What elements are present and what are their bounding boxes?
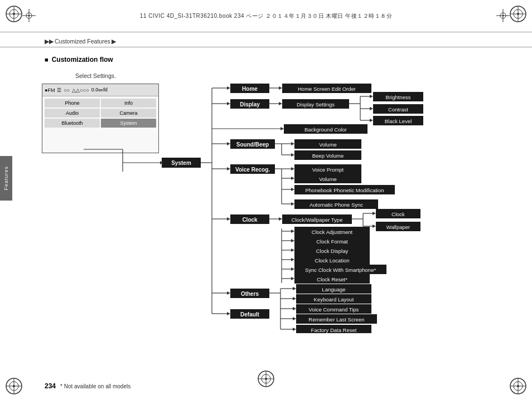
svg-marker-162 (293, 287, 296, 290)
svg-text:Automatic Phone Sync: Automatic Phone Sync (309, 202, 363, 208)
breadcrumb-line (0, 47, 532, 47)
crosshair-bottom (256, 369, 276, 390)
svg-text:Default: Default (240, 311, 260, 318)
svg-text:Voice Command Tips: Voice Command Tips (309, 306, 359, 313)
breadcrumb-prefix: ▶▶ (45, 38, 54, 45)
flow-chart: System Home Home Screen Edit Order Displ… (42, 82, 519, 333)
top-bar: 11 CIVIC 4D_SI-31TR36210.book 234 ページ ２０… (0, 0, 532, 32)
svg-marker-82 (291, 142, 294, 145)
svg-marker-76 (227, 142, 230, 145)
svg-text:System: System (171, 160, 191, 166)
features-label: Features (3, 166, 9, 191)
section-title-text: Customization flow (52, 56, 113, 64)
svg-text:Clock Location: Clock Location (315, 257, 349, 264)
svg-marker-116 (279, 217, 282, 221)
svg-text:Remember Last Screen: Remember Last Screen (308, 316, 364, 323)
svg-text:Background Color: Background Color (304, 126, 347, 133)
svg-marker-90 (227, 167, 230, 170)
page-footer: 234 * Not available on all models (45, 382, 130, 390)
svg-text:Contrast: Contrast (388, 106, 408, 113)
svg-marker-72 (280, 127, 284, 130)
svg-marker-136 (291, 239, 294, 242)
svg-marker-42 (227, 86, 230, 90)
svg-text:Home: Home (242, 86, 258, 92)
svg-text:Clock Format: Clock Format (316, 238, 348, 245)
breadcrumb-main: Customized Features (55, 38, 110, 45)
svg-marker-96 (291, 167, 294, 170)
features-sidebar: Features (0, 156, 12, 201)
svg-point-28 (28, 14, 30, 16)
svg-point-14 (13, 385, 15, 387)
svg-marker-170 (293, 307, 296, 310)
svg-marker-108 (291, 202, 294, 206)
svg-marker-156 (227, 291, 230, 295)
svg-marker-166 (293, 297, 296, 300)
svg-marker-174 (293, 317, 296, 320)
svg-text:Language: Language (322, 286, 345, 292)
svg-marker-122 (373, 212, 376, 215)
svg-marker-152 (291, 277, 294, 280)
svg-text:Home Screen Edit Order: Home Screen Edit Order (298, 86, 356, 92)
svg-text:Wallpaper: Wallpaper (386, 224, 410, 230)
svg-text:Others: Others (241, 291, 259, 297)
svg-text:Clock Adjustment: Clock Adjustment (312, 229, 353, 235)
svg-point-24 (265, 378, 267, 380)
svg-text:Black Level: Black Level (385, 118, 412, 124)
svg-text:Clock: Clock (242, 217, 258, 223)
svg-marker-104 (291, 188, 294, 191)
svg-point-32 (502, 14, 504, 16)
page-footnote: * Not available on all models (60, 383, 130, 389)
svg-marker-132 (291, 230, 294, 233)
svg-text:Voice Prompt: Voice Prompt (312, 167, 344, 173)
svg-text:Clock Display: Clock Display (316, 248, 349, 254)
svg-marker-100 (291, 177, 294, 180)
svg-marker-54 (279, 102, 282, 105)
svg-text:Clock/Wallpaper Type: Clock/Wallpaper Type (292, 217, 343, 223)
svg-marker-112 (227, 217, 230, 221)
svg-text:Beep Volume: Beep Volume (312, 153, 344, 159)
svg-marker-178 (293, 328, 296, 331)
svg-text:Sync Clock With Smartphone*: Sync Clock With Smartphone* (305, 267, 376, 273)
page-number: 234 (45, 382, 56, 390)
svg-text:Phonebook Phonetic Modificatio: Phonebook Phonetic Modification (305, 187, 384, 193)
corner-br (507, 375, 529, 397)
breadcrumb: ▶▶ Customized Features ▶ (45, 38, 116, 45)
svg-text:Brightness: Brightness (386, 94, 411, 100)
svg-text:Clock: Clock (391, 211, 405, 217)
svg-marker-144 (291, 258, 294, 261)
svg-text:Clock Reset*: Clock Reset* (317, 276, 347, 282)
svg-marker-126 (373, 225, 376, 228)
top-crosshair-right (495, 8, 511, 25)
svg-text:Keyboard Layout: Keyboard Layout (314, 296, 354, 303)
breadcrumb-suffix: ▶ (112, 38, 116, 45)
svg-marker-68 (370, 119, 373, 122)
svg-text:Volume: Volume (319, 176, 337, 182)
svg-text:Volume: Volume (319, 142, 337, 148)
select-settings-text: Select Settings. (75, 72, 116, 79)
svg-marker-60 (370, 95, 373, 98)
svg-text:Display: Display (240, 101, 260, 108)
top-crosshair-left (21, 8, 37, 25)
svg-marker-182 (227, 312, 230, 315)
svg-marker-148 (291, 267, 294, 271)
svg-text:Display Settings: Display Settings (297, 101, 335, 108)
corner-bl (3, 375, 25, 397)
svg-marker-86 (291, 153, 294, 157)
svg-marker-50 (227, 102, 230, 105)
svg-marker-140 (291, 248, 294, 252)
svg-text:Voice Recog.: Voice Recog. (235, 167, 270, 173)
svg-text:Sound/Beep: Sound/Beep (236, 142, 269, 148)
svg-marker-46 (279, 86, 282, 90)
svg-text:Factory Data Reset: Factory Data Reset (311, 327, 357, 333)
svg-point-19 (517, 385, 519, 387)
section-title: Customization flow (45, 56, 113, 64)
svg-marker-64 (370, 107, 373, 110)
top-bar-text: 11 CIVIC 4D_SI-31TR36210.book 234 ページ ２０… (140, 12, 392, 20)
